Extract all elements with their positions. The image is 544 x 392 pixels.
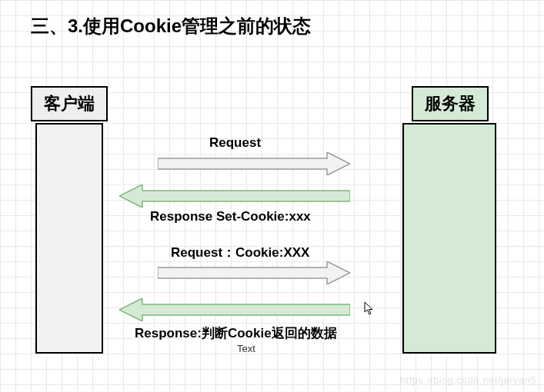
cursor-icon <box>364 301 375 315</box>
client-body-box <box>35 123 103 354</box>
server-body-box <box>402 123 496 354</box>
arrow1-label: Request <box>209 135 261 151</box>
diagram-title: 三、3.使用Cookie管理之前的状态 <box>31 14 311 38</box>
arrow3-label: Request：Cookie:XXX <box>171 244 309 261</box>
arrow2-label: Response Set-Cookie:xxx <box>150 209 311 224</box>
arrow1-request <box>158 152 350 175</box>
text-placeholder-label: Text <box>237 343 255 354</box>
svg-marker-2 <box>158 261 350 284</box>
client-label-text: 客户端 <box>44 92 95 115</box>
arrow4-response <box>119 298 350 321</box>
client-label-box: 客户端 <box>31 86 108 121</box>
arrow3-request <box>158 261 350 284</box>
svg-marker-3 <box>119 298 350 321</box>
arrow4-label: Response:判断Cookie返回的数据 <box>135 324 337 342</box>
server-label-box: 服务器 <box>412 86 489 121</box>
arrow2-response <box>119 184 350 208</box>
svg-marker-1 <box>119 184 350 208</box>
server-label-text: 服务器 <box>425 92 476 115</box>
svg-marker-0 <box>158 152 350 175</box>
watermark-text: https://blog.csdn.net/jarvan5 <box>400 374 536 386</box>
